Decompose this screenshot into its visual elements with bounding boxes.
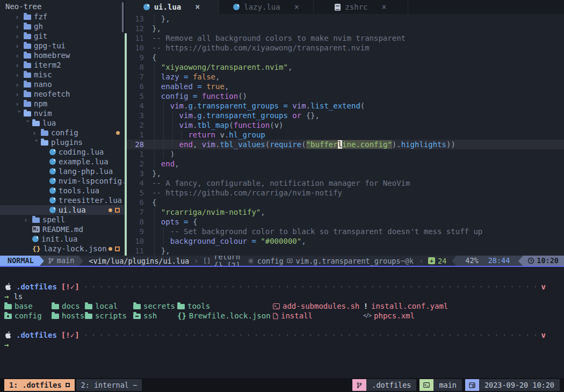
- command-line-empty: →: [4, 340, 546, 350]
- tree-item-codinglua[interactable]: coding.lua: [0, 147, 124, 157]
- tree-item-uilua[interactable]: ui.lua: [0, 205, 124, 215]
- code-token: ine.config": [342, 140, 392, 149]
- tmux-window-internal[interactable]: 2: internal: [76, 379, 142, 391]
- tree-item-READMEmd[interactable]: M↓README.md: [0, 224, 124, 234]
- code-line[interactable]: 10-- https://github.com/xiyaowong/transp…: [125, 43, 564, 53]
- code-line[interactable]: 3},: [125, 169, 564, 178]
- code-line[interactable]: 2│ │ │ vim.tbl_map(function(v): [125, 120, 564, 130]
- tree-item-plugins[interactable]: ›plugins: [0, 137, 124, 147]
- indent-guide: │: [152, 82, 161, 91]
- tab-uilua[interactable]: ui.lua: [125, 0, 219, 14]
- code-line[interactable]: 5-- https://github.com/rcarriga/nvim-not…: [125, 188, 564, 198]
- modified-dot-icon: [109, 208, 112, 212]
- code-token: "rcarriga/nvim-notify": [161, 208, 261, 216]
- code-token: enabled: [161, 82, 193, 91]
- tree-item-neofetch[interactable]: ›neofetch: [0, 89, 124, 99]
- code-line[interactable]: 3│ │ │ vim.g.transparent_groups or {},: [125, 111, 564, 120]
- code-line[interactable]: 11│ },: [125, 246, 564, 256]
- code-token: background_colour: [170, 237, 247, 245]
- lua-icon: [49, 197, 56, 204]
- prompt-arrow-icon: →: [4, 340, 9, 350]
- tree-item-nvim-lspconfig[interactable]: nvim-lspconfig.: [0, 176, 124, 186]
- git-branch-segment[interactable]: main: [44, 256, 79, 266]
- close-tab-icon[interactable]: [294, 2, 299, 12]
- tree-item-nvim[interactable]: ›nvim: [0, 108, 124, 118]
- folder-icon: [85, 314, 92, 319]
- folder-icon: [24, 43, 31, 49]
- code-token: vim: [170, 101, 184, 110]
- ls-entry-label: install: [281, 311, 313, 321]
- tree-item-nano[interactable]: ›nano: [0, 79, 124, 89]
- code-line[interactable]: 4│ │ vim.g.transparent_groups = vim.list…: [125, 101, 564, 111]
- tree-item-gpg-tui[interactable]: ›gpg-tui: [0, 41, 124, 50]
- unstaged-square-icon: [115, 208, 120, 213]
- code-line[interactable]: 8│ "xiyaowong/transparent.nvim",: [125, 62, 564, 72]
- tree-item-iterm2[interactable]: ›iterm2: [0, 60, 124, 70]
- neo-tree-scrollbar[interactable]: [122, 2, 124, 32]
- code-line[interactable]: 13│ },: [125, 14, 564, 24]
- tree-item-label: homebrew: [34, 51, 70, 60]
- code-line[interactable]: 12},: [125, 24, 564, 33]
- code-line[interactable]: 7│ lazy = false,: [125, 72, 564, 82]
- code-token: [197, 92, 201, 100]
- ls-entry-ssh: ssh: [133, 311, 177, 321]
- terminal-pane[interactable]: .dotfiles[!✓]···························…: [0, 267, 564, 378]
- code-line[interactable]: 6│ enabled = true,: [125, 82, 564, 91]
- line-number: 1: [127, 130, 144, 140]
- code-token: .: [202, 111, 206, 120]
- prompt-cwd: .dotfiles: [16, 330, 57, 340]
- tab-zshrc[interactable]: zshrc: [314, 0, 408, 14]
- code-line[interactable]: 11-- Remove all background colors to mak…: [125, 33, 564, 43]
- code-line[interactable]: 9{: [125, 53, 564, 62]
- code-line[interactable]: 1│ │ │ │ return v.hl_group: [125, 130, 564, 140]
- code-line[interactable]: 1│ │ ): [125, 149, 564, 159]
- tree-item-fzf[interactable]: ›fzf: [0, 12, 124, 21]
- tree-item-git[interactable]: ›git: [0, 31, 124, 41]
- tree-item-initlua[interactable]: init.lua: [0, 234, 124, 244]
- close-tab-icon[interactable]: [195, 2, 200, 12]
- code-text: │ config = function(): [152, 91, 247, 101]
- code-line[interactable]: 7│ "rcarriga/nvim-notify",: [125, 207, 564, 217]
- code-token: .: [306, 101, 310, 110]
- tree-item-label: plugins: [51, 138, 83, 147]
- tree-item-lazy-lockjson[interactable]: {}lazy-lock.json: [0, 244, 124, 253]
- neo-tree-panel: Neo-tree ›fzf›gh›git›gpg-tui›homebrew›it…: [0, 0, 125, 256]
- code-token: {: [152, 53, 156, 62]
- close-tab-icon[interactable]: [382, 2, 387, 12]
- chevron-down-icon: ›: [24, 119, 32, 127]
- tree-item-lua[interactable]: ›lua: [0, 118, 124, 128]
- code-line[interactable]: 4-- A fancy, configurable, notification …: [125, 178, 564, 188]
- folder-icon: [24, 14, 31, 20]
- tree-item-lang-phplua[interactable]: lang-php.lua: [0, 166, 124, 176]
- code-line[interactable]: 6{: [125, 198, 564, 207]
- code-area[interactable]: 13│ },12},11-- Remove all background col…: [125, 14, 564, 256]
- chevron-right-icon: ›: [15, 13, 24, 21]
- git-status-badges: [109, 246, 120, 251]
- tab-lazylua[interactable]: lazy.lua: [219, 0, 314, 14]
- tree-item-label: iterm2: [34, 61, 61, 69]
- tree-item-config[interactable]: ›config: [0, 128, 124, 137]
- ls-entry-hosts: hosts: [52, 311, 85, 321]
- code-line[interactable]: 9│ │ -- Set background color to black so…: [125, 227, 564, 236]
- powerline-separator-icon: [78, 256, 83, 266]
- chevron-right-icon: ›: [15, 42, 24, 50]
- tmux-window-dotfiles[interactable]: 1: .dotfiles: [4, 379, 75, 391]
- tree-item-gh[interactable]: ›gh: [0, 21, 124, 31]
- tree-item-label: spell: [42, 215, 65, 224]
- field-icon: [287, 258, 293, 264]
- code-line[interactable]: 2│ end,: [125, 159, 564, 169]
- lua-icon: [233, 4, 240, 10]
- tree-item-homebrew[interactable]: ›homebrew: [0, 50, 124, 60]
- tree-item-treesitterlua[interactable]: treesitter.lua: [0, 195, 124, 205]
- code-line[interactable]: 5│ config = function(): [125, 91, 564, 101]
- tree-item-npm[interactable]: ›npm: [0, 99, 124, 108]
- tree-item-spell[interactable]: ›spell: [0, 215, 124, 224]
- folder-icon: [24, 72, 31, 78]
- tree-item-examplelua[interactable]: example.lua: [0, 157, 124, 166]
- tree-item-misc[interactable]: ›misc: [0, 70, 124, 79]
- tree-item-toolslua[interactable]: tools.lua: [0, 186, 124, 195]
- line-number: 7: [127, 72, 144, 82]
- code-line[interactable]: 28│ │ │ end, vim.tbl_values(require("buf…: [125, 140, 564, 149]
- code-line[interactable]: 10│ │ background_colour = "#000000",: [125, 236, 564, 246]
- code-line[interactable]: 8│ opts = {: [125, 217, 564, 227]
